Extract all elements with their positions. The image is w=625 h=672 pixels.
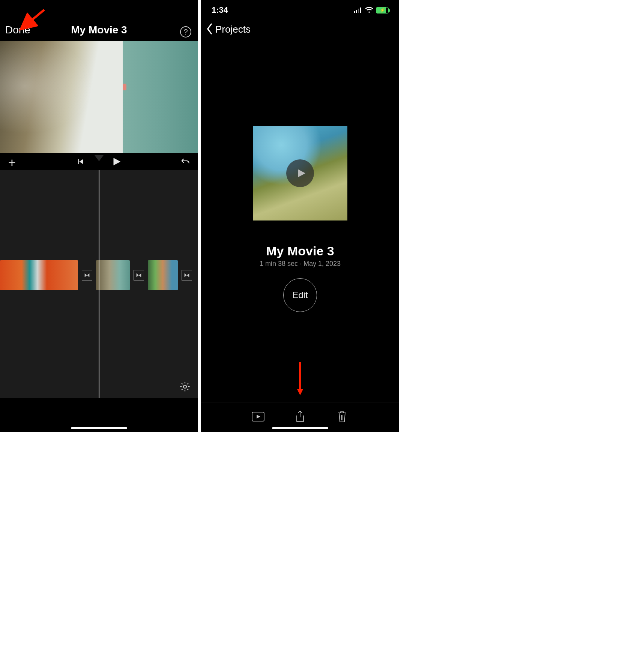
- project-meta: 1 min 38 sec · May 1, 2023: [201, 260, 399, 268]
- help-button[interactable]: ?: [180, 26, 191, 38]
- home-indicator[interactable]: [272, 427, 328, 429]
- svg-rect-5: [360, 8, 361, 13]
- editor-screen: Done My Movie 3 ? +: [0, 0, 198, 432]
- share-button[interactable]: [294, 410, 306, 424]
- video-preview[interactable]: [0, 41, 198, 153]
- playback-controls: +: [0, 153, 198, 170]
- nav-bar: Projects: [201, 18, 399, 41]
- home-indicator[interactable]: [71, 427, 127, 429]
- edit-button[interactable]: Edit: [283, 278, 317, 312]
- wifi-icon: [365, 7, 373, 13]
- svg-rect-3: [356, 10, 357, 13]
- transition-button[interactable]: [134, 270, 144, 280]
- play-project-button[interactable]: [252, 410, 264, 424]
- playhead-indicator-icon: [95, 155, 104, 161]
- timeline-clip[interactable]: [96, 260, 130, 290]
- transition-button[interactable]: [182, 270, 192, 280]
- skip-to-start-button[interactable]: [76, 158, 84, 167]
- editor-topbar: Done My Movie 3 ?: [0, 0, 198, 41]
- timeline-clip[interactable]: [148, 260, 178, 290]
- playhead-line: [99, 170, 99, 398]
- project-thumbnail[interactable]: [215, 126, 385, 220]
- svg-rect-4: [358, 9, 359, 13]
- back-label[interactable]: Projects: [215, 24, 251, 35]
- battery-charging-icon: ⚡: [376, 7, 389, 14]
- project-detail-body: My Movie 3 1 min 38 sec · May 1, 2023 Ed…: [201, 126, 399, 432]
- delete-button[interactable]: [336, 410, 349, 424]
- status-bar: 1:34 ⚡: [201, 0, 399, 18]
- svg-rect-2: [354, 11, 355, 13]
- play-button[interactable]: [111, 156, 122, 169]
- transition-button[interactable]: [82, 270, 92, 280]
- project-detail-screen: 1:34 ⚡ Projects: [201, 0, 399, 432]
- timeline[interactable]: [0, 170, 198, 398]
- status-time: 1:34: [212, 5, 228, 15]
- done-button[interactable]: Done: [5, 24, 30, 36]
- back-button[interactable]: [206, 23, 214, 36]
- project-name: My Movie 3: [201, 244, 399, 258]
- svg-point-0: [183, 385, 186, 388]
- undo-button[interactable]: [180, 157, 190, 168]
- timeline-clip[interactable]: [0, 260, 78, 290]
- project-settings-button[interactable]: [179, 381, 191, 394]
- cellular-signal-icon: [354, 7, 362, 13]
- play-overlay-button[interactable]: [286, 159, 314, 187]
